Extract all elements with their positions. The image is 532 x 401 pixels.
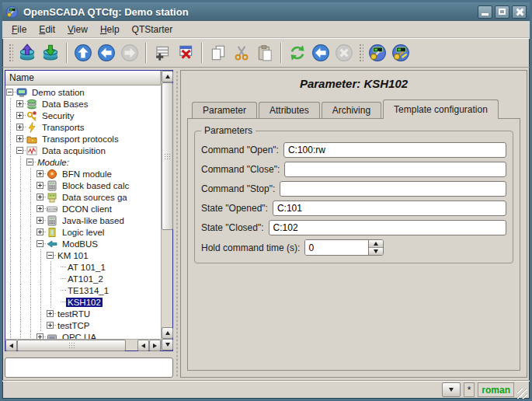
tree-item-modbus[interactable]: ModBUS	[5, 238, 161, 249]
vscroll-up-button-2[interactable]	[162, 327, 173, 339]
up-level-button[interactable]	[71, 41, 95, 65]
hscroll-left-button[interactable]	[5, 340, 17, 351]
input-command-close[interactable]	[284, 162, 506, 177]
minimize-button[interactable]	[478, 5, 492, 19]
plus-box-icon[interactable]	[16, 124, 23, 131]
menu-qtstarter[interactable]: QTStarter	[126, 23, 179, 37]
expand-icon[interactable]	[16, 98, 26, 110]
toolbar-handle[interactable]	[358, 43, 363, 63]
tree-item-data-bases[interactable]: Data Bases	[5, 98, 161, 110]
tree-item-te1314-1[interactable]: TE1314_1	[5, 284, 161, 296]
spin-down-button[interactable]	[369, 247, 383, 255]
tree-item-module[interactable]: Module:	[5, 156, 161, 168]
tab-archiving[interactable]: Archiving	[322, 102, 381, 118]
plus-box-icon[interactable]	[16, 100, 23, 107]
plus-box-icon[interactable]	[37, 170, 43, 177]
tree-horizontal-scrollbar[interactable]	[5, 339, 161, 350]
tab-parameter[interactable]: Parameter	[192, 102, 257, 118]
filter-input[interactable]	[5, 357, 173, 378]
copy-item-button[interactable]	[207, 41, 230, 65]
menu-help[interactable]: Help	[94, 23, 126, 37]
tree-item-security[interactable]: Security	[5, 110, 161, 121]
start-updating-button[interactable]	[309, 41, 332, 65]
expand-icon[interactable]	[36, 214, 46, 226]
plus-box-icon[interactable]	[37, 217, 43, 224]
expand-icon[interactable]	[36, 226, 46, 238]
add-item-button[interactable]	[151, 41, 174, 65]
collapse-icon[interactable]	[5, 86, 16, 98]
hscroll-right-button[interactable]	[149, 340, 161, 351]
expand-icon[interactable]	[36, 168, 46, 180]
tab-template-configuration[interactable]: Template configuration	[383, 99, 499, 119]
tree-item-data-acquisition[interactable]: Data acquisition	[5, 145, 161, 156]
splitter-handle[interactable]	[173, 70, 180, 378]
plus-box-icon[interactable]	[16, 135, 23, 142]
tree-item-opc-ua[interactable]: OPC UA	[5, 331, 161, 339]
input-command-stop[interactable]	[280, 181, 506, 197]
tree-vertical-scrollbar[interactable]	[161, 71, 172, 350]
paste-item-button[interactable]	[253, 41, 276, 65]
close-button[interactable]	[512, 5, 527, 19]
save-to-db-button[interactable]	[39, 41, 62, 65]
tree-item-testrtu[interactable]: testRTU	[5, 308, 161, 319]
hscroll-trough[interactable]	[126, 340, 137, 350]
vscroll-down-button[interactable]	[162, 339, 173, 350]
load-from-db-button[interactable]	[16, 41, 39, 65]
plus-box-icon[interactable]	[37, 194, 43, 200]
tree-item-java-like-based[interactable]: Java-like based	[5, 214, 161, 226]
expand-icon[interactable]	[36, 191, 46, 203]
spin-up-button[interactable]	[369, 240, 383, 247]
expand-icon[interactable]	[16, 110, 26, 121]
minus-box-icon[interactable]	[16, 147, 23, 154]
plus-box-icon[interactable]	[37, 228, 43, 235]
vision-launcher-button[interactable]	[389, 41, 412, 65]
vscroll-thumb[interactable]	[162, 82, 173, 230]
plus-box-icon[interactable]	[47, 310, 54, 317]
input-command-open[interactable]	[283, 142, 506, 158]
tree-item-transports[interactable]: Transports	[5, 121, 161, 133]
input-state-opened[interactable]	[273, 200, 506, 216]
plus-box-icon[interactable]	[37, 333, 43, 339]
menu-view[interactable]: View	[61, 23, 94, 37]
cut-item-button[interactable]	[230, 41, 253, 65]
menu-file[interactable]: File	[5, 23, 33, 37]
tree-item-ksh102[interactable]: KSH102	[5, 296, 161, 308]
tab-attributes[interactable]: Attributes	[259, 102, 320, 118]
user-combo-button[interactable]	[442, 382, 461, 397]
expand-icon[interactable]	[46, 308, 56, 319]
toolbar-handle[interactable]	[8, 43, 13, 63]
tree-header[interactable]: Name	[5, 71, 161, 85]
hscroll-left-button-2[interactable]	[137, 340, 149, 351]
expand-icon[interactable]	[36, 331, 46, 339]
minus-box-icon[interactable]	[47, 252, 54, 259]
collapse-icon[interactable]	[16, 145, 26, 156]
collapse-icon[interactable]	[36, 238, 46, 249]
minus-box-icon[interactable]	[37, 240, 43, 247]
plus-box-icon[interactable]	[16, 112, 23, 119]
expand-icon[interactable]	[46, 319, 56, 331]
tree-item-transport-protocols[interactable]: Transport protocols	[5, 133, 161, 145]
collapse-icon[interactable]	[46, 249, 56, 261]
delete-item-button[interactable]	[174, 41, 197, 65]
tree-item-at-101-1[interactable]: AT 101_1	[5, 261, 161, 273]
expand-icon[interactable]	[36, 203, 46, 214]
plus-box-icon[interactable]	[37, 205, 43, 212]
tree-item-km-101[interactable]: KM 101	[5, 249, 161, 261]
menu-edit[interactable]: Edit	[33, 23, 61, 37]
minus-box-icon[interactable]	[6, 89, 13, 96]
expand-icon[interactable]	[16, 133, 26, 145]
vscroll-trough[interactable]	[162, 230, 172, 327]
refresh-button[interactable]	[286, 41, 309, 65]
resize-grip[interactable]	[517, 389, 527, 399]
tree-item-block-based-calc[interactable]: Block based calc	[5, 180, 161, 191]
tree-item-logic-level[interactable]: Logic level	[5, 226, 161, 238]
tree-item-at101-2[interactable]: AT101_2	[5, 273, 161, 284]
tree-item-dcon-client[interactable]: DCONDCON client	[5, 203, 161, 214]
expand-icon[interactable]	[16, 121, 26, 133]
plus-box-icon[interactable]	[47, 322, 54, 329]
tree-item-data-sources-ga[interactable]: Data sources ga	[5, 191, 161, 203]
collapse-icon[interactable]	[26, 156, 36, 168]
input-hold-command-time[interactable]	[305, 240, 368, 255]
tree-item-testtcp[interactable]: testTCP	[5, 319, 161, 331]
previous-page-button[interactable]	[95, 41, 118, 65]
